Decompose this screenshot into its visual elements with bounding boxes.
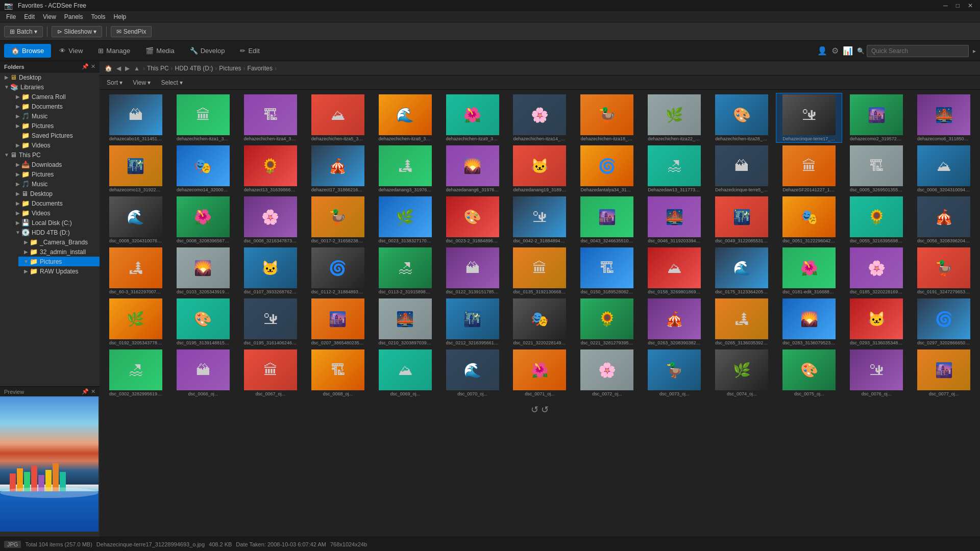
list-item[interactable]: 🌆dsc_0077_oj... [911,348,977,398]
list-item[interactable]: 🏗dsc_0068_oj... [305,348,371,398]
list-item[interactable]: 🐱dsc_0107_393326876220_oj... [237,246,304,296]
list-item[interactable]: 🏜dsc_0076_oj... [843,348,910,398]
list-item[interactable]: 🌆dsc_0043_324663551050_oj... [574,195,640,245]
list-item[interactable]: 🦆dsc_0073_oj... [641,348,707,398]
list-item[interactable]: 🏞dsc_0265_313603539240_oj... [708,297,775,347]
list-item[interactable]: ⛰dsc_0069_oj... [372,348,438,398]
close-button[interactable]: ✕ [965,2,976,9]
list-item[interactable]: 🌀Dehazedantalya34_316152... [574,144,640,194]
list-item[interactable]: 🌃dehazecomo13_319220074... [103,144,169,194]
list-item[interactable]: 🌿dehazechichen-itza22_311... [641,93,707,143]
sidebar-item-admin-install[interactable]: ▶ 📁 32_admin_install [18,247,100,257]
path-favorites[interactable]: Favorites [248,65,273,72]
sidebar-item-camera-brands[interactable]: ▶ 📁 _Camera_Brands [18,237,100,247]
list-item[interactable]: 🏔dsc_0122_313915178530_oj... [439,246,506,296]
list-item[interactable]: 🌄dsc_0283_313607952340_oj... [776,297,842,347]
preview-pin-icon[interactable]: 📌 [82,388,89,395]
tab-browse[interactable]: 🏠 Browse [4,44,51,58]
list-item[interactable]: 🌺dsc_0181-edit_3166881316... [776,246,842,296]
tab-view[interactable]: 👁 View [52,44,90,58]
quicksearch-input[interactable] [867,45,969,57]
list-item[interactable]: 🏔dsc_0066_oj... [170,348,236,398]
sidebar-item-this-pc[interactable]: ▼ 🖥 This PC [0,150,100,160]
list-item[interactable]: 🌊dsc_0175_312336420530_oj... [708,246,775,296]
settings-icon[interactable]: ⚙ [831,46,839,56]
sidebar-item-videos-lib[interactable]: ▶ 📁 Videos [10,140,100,150]
list-item[interactable]: 🏞dsc_60-3_316229700740_oj... [103,246,169,296]
list-item[interactable]: 🌻dsc_0055_321639569860_oj... [843,195,910,245]
minimize-button[interactable]: ─ [940,2,951,9]
up-nav-icon[interactable]: ▲ [134,65,140,72]
list-item[interactable]: 🌿dsc_0192_320534377820_oj... [103,297,169,347]
view-button[interactable]: View ▾ [130,78,154,87]
sidebar-item-hdd4tb[interactable]: ▼ 💽 HDD 4TB (D:) [10,228,100,237]
sendpix-button[interactable]: ✉ SendPix [111,26,152,37]
list-item[interactable]: 🌊dehazechichen-itza8_3158... [372,93,438,143]
list-item[interactable]: 🌸dehazechichen-itza14_311... [507,93,573,143]
list-item[interactable]: ⛰dsc_0158_326980186960_oj... [641,246,707,296]
forward-nav-icon[interactable]: ▶ [125,65,130,72]
sidebar-item-saved-pictures[interactable]: 📁 Saved Pictures [10,131,100,140]
list-item[interactable]: 🎪dsc_0263_320839038210_oj... [641,297,707,347]
list-item[interactable]: 🎭dsc_0221_322022814950_oj... [507,297,573,347]
list-item[interactable]: 🌻dehazect13_316398667420... [237,144,304,194]
list-item[interactable]: 🐱dsc_0293_313603534840_oj... [843,297,910,347]
list-item[interactable]: 🎪dsc_0056_320839620410_oj... [911,195,977,245]
expand-icon[interactable]: ▸ [973,47,976,55]
menu-tools[interactable]: Tools [87,12,110,21]
sidebar-item-raw-updates[interactable]: ▶ 📁 RAW Updates [18,266,100,276]
list-item[interactable]: 🌀dsc_0297_320286665040_oj... [911,297,977,347]
list-item[interactable]: 🦆dsc_0017-2_316582385200... [305,195,371,245]
list-item[interactable]: 🏛dsc_0135_319213066830_oj... [507,246,573,296]
sidebar-item-music-lib[interactable]: ▶ 🎵 Music [10,111,100,121]
list-item[interactable]: 🌺dehazechichen-itza9_3184... [439,93,506,143]
list-item[interactable]: 🌄dehazedanang6_31976634... [439,144,506,194]
sidebar-item-pictures-pc[interactable]: ▶ 📁 Pictures [10,169,100,179]
menu-panels[interactable]: Panels [60,12,87,21]
list-item[interactable]: 🎨dsc_0195_313914881530_oj... [170,297,236,347]
list-item[interactable]: 🏖dsc_0113-2_319158988310... [372,246,438,296]
path-thispc[interactable]: This PC [147,65,169,72]
preview-close-icon[interactable]: ✕ [91,388,95,395]
list-item[interactable]: 🌺dsc_0071_oj... [507,348,573,398]
list-item[interactable]: 🌉dehazecomo6_311850685... [911,93,977,143]
list-item[interactable]: 🌆dehazecomo2_319572099... [843,93,910,143]
list-item[interactable]: 🎨dehazechichen-itza28_318... [708,93,775,143]
list-item[interactable]: 🌃dsc_0049_312208553140_oj... [708,195,775,245]
list-item[interactable]: 🏜Dehazecinque-terre17_312... [776,93,842,143]
list-item[interactable]: 🎨dsc_0023-2_318848962120... [439,195,506,245]
list-item[interactable]: 🎭dehazecomo14_320000551... [170,144,236,194]
list-item[interactable]: 🏔dehazecabo16_311451977... [103,93,169,143]
list-item[interactable]: 🎨dsc_0075_oj... [776,348,842,398]
list-item[interactable]: 🌸dsc_0185_322022816950_oj... [843,246,910,296]
home-nav-icon[interactable]: 🏠 [105,65,112,72]
list-item[interactable]: 🌊dsc_0070_oj... [439,348,506,398]
list-item[interactable]: 🏞dehazedanang3_31976633... [372,144,438,194]
list-item[interactable]: 🦆dehazechichen-itza18_311... [574,93,640,143]
list-item[interactable]: 🏖dsc_0302_328299561960_oj... [103,348,169,398]
path-hdd[interactable]: HDD 4TB (D:) [175,65,213,72]
list-item[interactable]: 🌉dsc_0046_311920339440_oj... [641,195,707,245]
list-item[interactable]: 🌊dsc_0008_320431007650_oj... [103,195,169,245]
menu-view[interactable]: View [39,12,60,21]
sidebar-item-documents-pc[interactable]: ▶ 📁 Documents [10,198,100,208]
list-item[interactable]: 🏜dsc_0195_316140624600_oj... [237,297,304,347]
list-item[interactable]: 🏗dsc_0150_318952808240_oj... [574,246,640,296]
folders-pin-icon[interactable]: 📌 [82,63,89,70]
list-item[interactable]: 🌸dsc_0008_321634787360_oj... [237,195,304,245]
menu-edit[interactable]: Edit [20,12,39,21]
sort-button[interactable]: Sort ▾ [104,78,126,87]
list-item[interactable]: 🏛DehazeSF20141227_13285... [776,144,842,194]
list-item[interactable]: 🌸dsc_0072_oj... [574,348,640,398]
menu-help[interactable]: Help [110,12,131,21]
sidebar-item-desktop[interactable]: ▶ 🖥 Desktop [0,72,100,82]
select-button[interactable]: Select ▾ [158,78,186,87]
list-item[interactable]: 🌿dsc_0023_313832717040_oj... [372,195,438,245]
batch-button[interactable]: ⊞ Batch ▾ [4,26,43,37]
list-item[interactable]: ⛰dehazechichen-itza5_3158... [305,93,371,143]
folders-close-icon[interactable]: ✕ [91,63,95,70]
sidebar-item-libraries[interactable]: ▼ 📚 Libraries [0,82,100,92]
list-item[interactable]: 🌻dsc_0221_328127939560_oj... [574,297,640,347]
list-item[interactable]: 🏗dehazechichen-itza4_3112... [237,93,304,143]
list-item[interactable]: 🏔Dehazedcinque-terre5_32... [708,144,775,194]
